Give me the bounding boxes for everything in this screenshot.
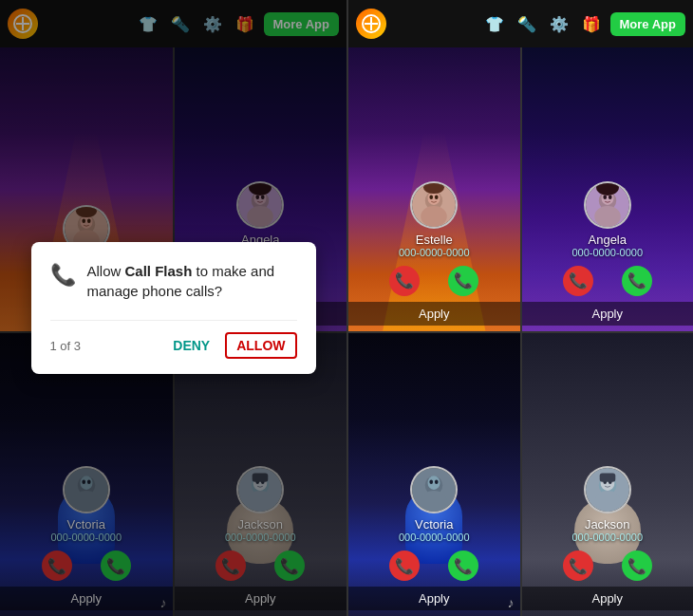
reject-btn-vctoria-right[interactable]: 📞 [389, 551, 420, 581]
avatar-angela-right [584, 181, 631, 229]
permission-dialog: 📞 Allow Call Flash to make and manage ph… [31, 242, 316, 374]
caller-name-estelle-right: Estelle [416, 233, 453, 247]
dialog-header: 📞 Allow Call Flash to make and manage ph… [50, 261, 297, 301]
accept-btn-angela-right[interactable]: 📞 [622, 266, 652, 296]
dialog-actions: DENY ALLOW [173, 332, 296, 359]
svg-point-33 [430, 195, 434, 199]
top-bar-right: 👕 🔦 ⚙️ 🎁 More App [348, 0, 693, 47]
dialog-footer: 1 of 3 DENY ALLOW [50, 320, 297, 359]
gift-icon-right[interactable]: 🎁 [578, 10, 605, 37]
caller-number-jackson-right: 000-0000-0000 [571, 532, 643, 543]
svg-point-51 [594, 491, 621, 512]
cell-vctoria-right[interactable]: Vctoria 000-0000-0000 📞 📞 Apply ♪ [348, 333, 520, 617]
caller-number-estelle-right: 000-0000-0000 [399, 247, 470, 258]
svg-point-34 [435, 195, 439, 199]
shirt-icon-right[interactable]: 👕 [481, 10, 508, 37]
svg-point-46 [428, 476, 440, 490]
accept-btn-vctoria-right[interactable]: 📞 [448, 551, 478, 581]
svg-point-40 [603, 195, 607, 199]
svg-point-45 [421, 491, 447, 512]
dialog-overlay: 📞 Allow Call Flash to make and manage ph… [0, 0, 346, 616]
avatar-estelle-right [410, 181, 458, 229]
allow-button[interactable]: ALLOW [225, 332, 296, 359]
reject-btn-estelle-right[interactable]: 📞 [389, 266, 420, 296]
caller-number-vctoria-right: 000-0000-0000 [399, 532, 470, 543]
cell-angela-right[interactable]: Angela 000-0000-0000 📞 📞 Apply [522, 47, 694, 331]
grid-right: Estelle 000-0000-0000 📞 📞 Apply [348, 47, 693, 616]
caller-number-angela-right: 000-0000-0000 [571, 247, 643, 258]
apply-label-estelle-right[interactable]: Apply [348, 302, 520, 326]
svg-point-41 [609, 195, 612, 199]
dialog-phone-icon: 📞 [50, 263, 76, 288]
settings-icon-right[interactable]: ⚙️ [546, 10, 572, 37]
dialog-counter: 1 of 3 [50, 339, 82, 353]
accept-btn-estelle-right[interactable]: 📞 [448, 266, 478, 296]
avatar-jackson-right [584, 466, 631, 513]
caller-name-jackson-right: Jackson [585, 517, 630, 532]
apply-label-vctoria-right[interactable]: Apply [348, 587, 520, 610]
more-app-button-right[interactable]: More App [610, 12, 685, 36]
svg-point-31 [421, 205, 447, 226]
accept-btn-jackson-right[interactable]: 📞 [622, 551, 652, 581]
apply-label-angela-right[interactable]: Apply [522, 302, 694, 326]
right-panel: 👕 🔦 ⚙️ 🎁 More App [346, 0, 693, 616]
apply-label-jackson-right[interactable]: Apply [522, 587, 694, 610]
avatar-vctoria-right [410, 466, 458, 513]
left-panel: 👕 🔦 ⚙️ 🎁 More App [0, 0, 346, 616]
svg-point-35 [423, 181, 444, 194]
svg-point-47 [430, 479, 434, 484]
cell-estelle-right[interactable]: Estelle 000-0000-0000 📞 📞 Apply [348, 47, 520, 331]
reject-btn-jackson-right[interactable]: 📞 [563, 551, 593, 581]
svg-point-48 [435, 479, 439, 484]
deny-button[interactable]: DENY [173, 338, 210, 353]
flashlight-icon-right[interactable]: 🔦 [514, 10, 540, 37]
dialog-app-name: Call Flash [125, 263, 193, 279]
reject-btn-angela-right[interactable]: 📞 [563, 266, 593, 296]
music-note-vctoria-right: ♪ [508, 595, 515, 610]
caller-name-angela-right: Angela [589, 233, 627, 247]
svg-rect-55 [599, 474, 615, 482]
cell-jackson-right[interactable]: Jackson 000-0000-0000 📞 📞 Apply [522, 333, 694, 617]
caller-name-vctoria-right: Vctoria [415, 517, 453, 532]
dialog-message: Allow Call Flash to make and manage phon… [87, 261, 297, 301]
logo-icon-right [356, 9, 386, 39]
svg-point-38 [594, 205, 621, 226]
